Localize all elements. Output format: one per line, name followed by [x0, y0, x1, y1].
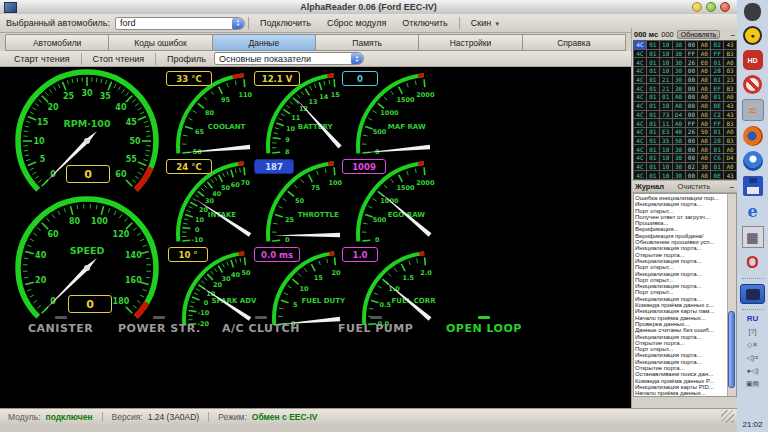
avz-antivirus-icon[interactable]: ●	[743, 26, 762, 45]
hex-cell[interactable]: 01	[711, 163, 723, 171]
hex-cell[interactable]: 40	[673, 128, 685, 136]
hex-cell[interactable]: 30	[673, 58, 685, 66]
maximize-button[interactable]	[706, 2, 716, 12]
hex-cell[interactable]: 4C	[634, 58, 646, 66]
fuel-duty-value-box[interactable]: 0.0 ms	[254, 247, 300, 262]
hex-cell[interactable]: 50	[673, 137, 685, 145]
maf-value-box[interactable]: 0	[342, 71, 378, 86]
hex-cell[interactable]: 10	[660, 58, 672, 66]
hex-cell[interactable]: 4C	[634, 50, 646, 58]
hex-cell[interactable]: 01	[647, 50, 659, 58]
hex-cell[interactable]: 10	[660, 50, 672, 58]
hex-cell[interactable]: 00	[686, 84, 698, 92]
vehicle-select[interactable]: ford ▲▼	[115, 17, 245, 30]
hex-cell[interactable]: 10	[660, 102, 672, 110]
tab-data[interactable]: Данные	[213, 34, 316, 51]
hex-cell[interactable]: 30	[673, 50, 685, 58]
hex-cell[interactable]: 4C	[634, 119, 646, 127]
hex-cell[interactable]: 00	[686, 93, 698, 101]
ie-icon[interactable]: e	[743, 201, 763, 221]
hex-cell[interactable]: 01	[647, 137, 659, 145]
active-task-button[interactable]	[740, 284, 765, 304]
resize-grip[interactable]	[721, 410, 734, 423]
refresh-button[interactable]: Обновлять	[677, 30, 721, 39]
qip-messenger-icon[interactable]	[743, 151, 763, 171]
journal-clear-button[interactable]: Очистить	[677, 182, 716, 191]
stepper-icon[interactable]: ▲▼	[232, 18, 244, 29]
hex-cell[interactable]: A0	[698, 145, 710, 153]
hex-cell[interactable]: 03	[724, 137, 736, 145]
hex-cell[interactable]: 01	[660, 93, 672, 101]
hex-cell[interactable]: 26	[686, 58, 698, 66]
hex-cell[interactable]: A0	[698, 119, 710, 127]
apple-icon[interactable]	[744, 3, 761, 21]
hex-cell[interactable]: E0	[698, 58, 710, 66]
hex-cell[interactable]: 00	[686, 145, 698, 153]
hex-cell[interactable]: A0	[698, 93, 710, 101]
hex-cell[interactable]: 11	[660, 119, 672, 127]
hex-cell[interactable]: 02	[686, 163, 698, 171]
hex-cell[interactable]: 00	[686, 111, 698, 119]
hex-cell[interactable]: 28	[711, 137, 723, 145]
hex-cell[interactable]: 0E	[711, 171, 723, 179]
hex-cell[interactable]: A0	[698, 154, 710, 162]
hex-cell[interactable]: 00	[686, 154, 698, 162]
language-indicator[interactable]: RU	[747, 315, 759, 323]
hex-cell[interactable]: 01	[647, 145, 659, 153]
hd-player-icon[interactable]: HD	[743, 50, 763, 70]
hex-cell[interactable]: 00	[686, 41, 698, 49]
hex-cell[interactable]: E3	[660, 128, 672, 136]
hex-cell[interactable]: 4C	[634, 67, 646, 75]
hex-cell[interactable]: 30	[673, 76, 685, 84]
opera-icon[interactable]: O	[743, 253, 763, 273]
hex-cell[interactable]: EF	[711, 84, 723, 92]
hex-cell[interactable]: 30	[673, 171, 685, 179]
tray-icon-3[interactable]: ▣▤	[746, 380, 759, 388]
tab-memory[interactable]: Память	[316, 34, 419, 51]
ego-value-box[interactable]: 1009	[342, 159, 386, 174]
hex-cell[interactable]: FF	[686, 119, 698, 127]
hex-cell[interactable]: C2	[711, 111, 723, 119]
hex-cell[interactable]: 10	[660, 145, 672, 153]
hex-cell[interactable]: 28	[711, 67, 723, 75]
disconnect-button[interactable]: Отключить	[394, 17, 456, 29]
fuel-corr-value-box[interactable]: 1.0	[342, 247, 378, 262]
hex-cell[interactable]: A0	[698, 102, 710, 110]
hex-cell[interactable]: 4C	[634, 93, 646, 101]
reset-module-button[interactable]: Сброс модуля	[319, 17, 394, 29]
hex-cell[interactable]: 0E	[711, 102, 723, 110]
hex-cell[interactable]: 10	[660, 67, 672, 75]
hex-cell[interactable]: 00	[686, 102, 698, 110]
tray-icon-1[interactable]: ◁)≡	[747, 354, 759, 362]
connect-button[interactable]: Подключить	[252, 17, 319, 29]
hex-cell[interactable]: 30	[673, 41, 685, 49]
start-reading-button[interactable]: Старт чтения	[6, 53, 78, 65]
hex-cell[interactable]: 43	[724, 111, 736, 119]
hex-cell[interactable]: 23	[724, 76, 736, 84]
title-bar[interactable]: AlphaReader 0.06 (Ford EEC-IV)	[0, 0, 737, 15]
hex-cell[interactable]: 21	[660, 76, 672, 84]
rpm-value-box[interactable]: 0	[66, 165, 110, 183]
skin-button[interactable]: Скин▼	[463, 17, 508, 29]
hex-cell[interactable]: 01	[647, 111, 659, 119]
scrollbar-thumb[interactable]	[728, 311, 735, 388]
hex-cell[interactable]: 01	[647, 154, 659, 162]
hex-cell[interactable]: 01	[647, 163, 659, 171]
hex-cell[interactable]: A0	[698, 84, 710, 92]
hex-cell[interactable]: 01	[711, 58, 723, 66]
hex-cell[interactable]: 10	[660, 41, 672, 49]
hex-cell[interactable]: 4C	[634, 137, 646, 145]
hex-cell[interactable]: A0	[698, 137, 710, 145]
minimize-button[interactable]	[692, 2, 702, 12]
hex-cell[interactable]: A0	[673, 119, 685, 127]
calculator-icon[interactable]: ▦	[742, 226, 764, 248]
hex-cell[interactable]: FF	[711, 119, 723, 127]
hex-cell[interactable]: A0	[673, 93, 685, 101]
hex-cell[interactable]: 01	[647, 171, 659, 179]
hex-cell[interactable]: 4C	[634, 163, 646, 171]
hex-cell[interactable]: A0	[698, 171, 710, 179]
tab-error-codes[interactable]: Коды ошибок	[109, 34, 212, 51]
hex-cell[interactable]: 01	[647, 67, 659, 75]
hex-cell[interactable]: FF	[686, 50, 698, 58]
stop-reading-button[interactable]: Стоп чтения	[85, 53, 153, 65]
